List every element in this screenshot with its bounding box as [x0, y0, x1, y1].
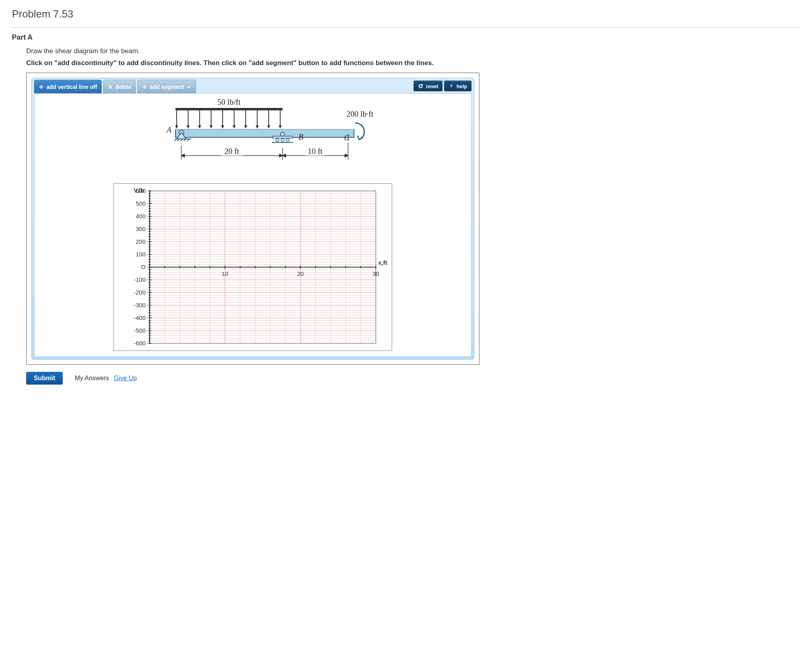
svg-text:-400: -400 [134, 314, 146, 321]
label-C: C [344, 133, 350, 142]
svg-text:400: 400 [136, 213, 146, 219]
instruction-2: Click on "add discontinuity" to add disc… [26, 59, 800, 67]
instruction-1: Draw the shear diagram for the beam. [26, 47, 800, 55]
drawing-widget-frame: add vertical line off delete add segment [26, 73, 479, 365]
moment-C [355, 123, 364, 140]
svg-point-16 [276, 139, 279, 142]
svg-text:30: 30 [373, 270, 379, 277]
drawing-widget: add vertical line off delete add segment [31, 78, 474, 360]
submit-row: Submit My Answers Give Up [26, 372, 800, 385]
part-heading: Part A [12, 33, 800, 42]
label-B: B [298, 133, 303, 141]
toolbar: add vertical line off delete add segment [32, 78, 474, 93]
chevron-down-icon [186, 84, 192, 90]
my-answers-label: My Answers [75, 375, 109, 381]
svg-text:20: 20 [297, 270, 304, 277]
reset-label: reset [426, 83, 438, 89]
dim-10ft-b: 10 ft [308, 147, 323, 156]
beam-body [175, 129, 354, 137]
svg-text:500: 500 [136, 200, 146, 207]
svg-rect-1 [175, 108, 283, 110]
dist-load-label: 50 lb/ft [217, 98, 241, 106]
shear-chart[interactable]: -600-500-400-300-200-100O100200300400500… [114, 183, 392, 351]
dim-20ft-b: 20 ft [224, 147, 239, 156]
reset-button[interactable]: reset [414, 81, 443, 91]
svg-text:10: 10 [222, 270, 229, 277]
add-vertical-line-button[interactable]: add vertical line off [34, 80, 102, 93]
problem-title: Problem 7.53 [12, 8, 800, 20]
svg-point-18 [286, 139, 289, 142]
svg-text:-200: -200 [134, 289, 146, 296]
svg-point-17 [281, 139, 284, 142]
title-divider [12, 27, 800, 28]
svg-text:O: O [141, 264, 146, 270]
add-segment-button[interactable]: add segment [137, 80, 196, 93]
delete-label: delete [115, 84, 131, 90]
svg-text:V,lb: V,lb [134, 187, 144, 194]
label-A: A [166, 125, 172, 134]
svg-text:200: 200 [136, 238, 146, 245]
help-button[interactable]: ? help [444, 81, 471, 91]
add-vertical-label: add vertical line off [46, 84, 97, 90]
add-segment-label: add segment [150, 84, 184, 90]
svg-text:x,ft: x,ft [378, 259, 387, 266]
svg-point-14 [281, 132, 285, 136]
delete-button[interactable]: delete [103, 80, 136, 93]
help-icon: ? [448, 83, 454, 89]
beam-diagram: 50 lb/ft A [114, 96, 392, 179]
x-icon [108, 84, 113, 90]
moment-label: 200 lb·ft [346, 110, 373, 118]
plus-icon [38, 84, 44, 90]
svg-text:100: 100 [136, 251, 146, 258]
canvas-area: 50 lb/ft A [34, 93, 471, 357]
svg-text:-600: -600 [134, 340, 146, 346]
svg-rect-15 [273, 136, 292, 138]
svg-text:300: 300 [136, 225, 146, 232]
reset-icon [418, 83, 423, 89]
plus-icon [142, 84, 147, 90]
svg-text:-300: -300 [134, 302, 146, 308]
submit-button[interactable]: Submit [26, 372, 63, 385]
svg-text:-100: -100 [134, 276, 146, 283]
svg-text:?: ? [450, 84, 453, 89]
svg-text:-500: -500 [134, 327, 146, 334]
give-up-link[interactable]: Give Up [114, 375, 137, 381]
help-label: help [456, 83, 467, 89]
